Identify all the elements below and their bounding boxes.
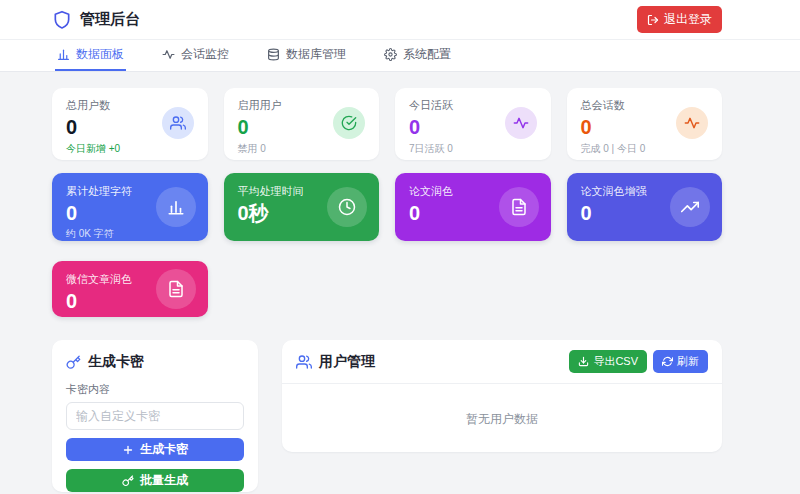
main-content: 总用户数 0 今日新增 +0 启用用户 0 禁用 0 今日活跃 0 [0, 72, 800, 492]
plus-icon [122, 444, 134, 456]
tab-label: 会话监控 [181, 46, 229, 63]
logout-icon [647, 14, 659, 26]
stat-card-enabled-users: 启用用户 0 禁用 0 [224, 88, 380, 160]
trending-up-icon [670, 187, 710, 227]
metric-card-avg-time: 平均处理时间 0秒 [224, 173, 380, 241]
tab-session-monitor[interactable]: 会话监控 [160, 40, 231, 71]
activity-icon [676, 107, 708, 139]
refresh-label: 刷新 [677, 354, 699, 369]
bar-chart-icon [156, 187, 196, 227]
keygen-panel: 生成卡密 卡密内容 生成卡密 批量生成 [52, 340, 258, 492]
key-icon [66, 355, 81, 370]
file-text-icon [499, 187, 539, 227]
stat-subtitle: 禁用 0 [238, 142, 366, 156]
stat-card-total-sessions: 总会话数 0 完成 0 | 今日 0 [567, 88, 723, 160]
tab-database[interactable]: 数据库管理 [265, 40, 348, 71]
tab-label: 系统配置 [403, 46, 451, 63]
batch-generate-button[interactable]: 批量生成 [66, 469, 244, 492]
bar-chart-icon [57, 48, 70, 61]
metric-card-total-chars: 累计处理字符 0 约 0K 字符 [52, 173, 208, 241]
tab-bar: 数据面板 会话监控 数据库管理 系统配置 [0, 40, 800, 72]
database-icon [267, 48, 280, 61]
custom-key-input[interactable] [66, 402, 244, 430]
shield-icon [52, 10, 72, 30]
stat-value: 0 [66, 117, 77, 137]
metric-card-wechat-article-polish: 微信文章润色 0 [52, 261, 208, 317]
stat-subtitle: 完成 0 | 今日 0 [581, 142, 709, 156]
users-icon [296, 354, 312, 370]
gear-icon [384, 48, 397, 61]
metric-subtitle: 约 0K 字符 [66, 227, 194, 241]
brand: 管理后台 [52, 10, 140, 30]
batch-generate-label: 批量生成 [140, 472, 188, 489]
logout-button[interactable]: 退出登录 [637, 6, 722, 33]
logout-label: 退出登录 [664, 11, 712, 28]
clock-icon [327, 187, 367, 227]
bottom-section: 生成卡密 卡密内容 生成卡密 批量生成 [52, 340, 722, 492]
generate-key-label: 生成卡密 [140, 441, 188, 458]
activity-icon [162, 48, 175, 61]
page-title: 管理后台 [80, 10, 140, 29]
stat-card-today-active: 今日活跃 0 7日活跃 0 [395, 88, 551, 160]
keygen-title: 生成卡密 [88, 353, 144, 371]
stat-value: 0 [238, 117, 249, 137]
users-panel-header: 用户管理 导出CSV 刷新 [282, 340, 722, 384]
refresh-icon [662, 356, 673, 367]
tab-label: 数据库管理 [286, 46, 346, 63]
stat-value: 0 [409, 117, 420, 137]
stat-card-total-users: 总用户数 0 今日新增 +0 [52, 88, 208, 160]
tab-dashboard[interactable]: 数据面板 [55, 40, 126, 71]
refresh-button[interactable]: 刷新 [653, 350, 708, 373]
export-csv-button[interactable]: 导出CSV [569, 350, 647, 373]
generate-key-button[interactable]: 生成卡密 [66, 438, 244, 461]
metric-card-paper-polish-enhanced: 论文润色增强 0 [567, 173, 723, 241]
app-header: 管理后台 退出登录 [0, 0, 800, 40]
tab-settings[interactable]: 系统配置 [382, 40, 453, 71]
stats-row: 总用户数 0 今日新增 +0 启用用户 0 禁用 0 今日活跃 0 [52, 88, 722, 160]
stat-subtitle: 7日活跃 0 [409, 142, 537, 156]
stat-value: 0 [581, 117, 592, 137]
users-icon [162, 107, 194, 139]
users-title: 用户管理 [319, 353, 375, 371]
extra-row: 微信文章润色 0 [52, 241, 722, 317]
metrics-row: 累计处理字符 0 约 0K 字符 平均处理时间 0秒 论文润色 0 论文润色增强… [52, 160, 722, 241]
key-icon [122, 475, 134, 487]
key-content-label: 卡密内容 [66, 382, 244, 397]
download-icon [578, 356, 589, 367]
check-circle-icon [333, 107, 365, 139]
stat-subtitle: 今日新增 +0 [66, 142, 194, 156]
empty-users-message: 暂无用户数据 [282, 384, 722, 454]
tab-label: 数据面板 [76, 46, 124, 63]
export-csv-label: 导出CSV [593, 354, 638, 369]
metric-card-paper-polish: 论文润色 0 [395, 173, 551, 241]
file-text-icon [156, 269, 196, 309]
users-panel: 用户管理 导出CSV 刷新 [282, 340, 722, 452]
activity-icon [505, 107, 537, 139]
